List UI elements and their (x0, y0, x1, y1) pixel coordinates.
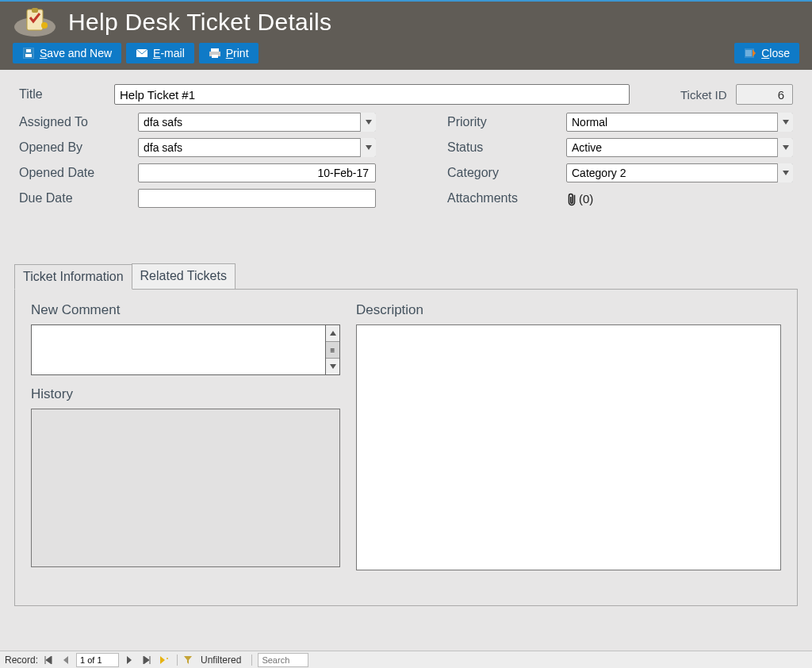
history-label: History (31, 386, 340, 402)
prev-record-button[interactable] (59, 653, 73, 667)
description-box[interactable] (356, 324, 781, 570)
email-button[interactable]: E-mail (126, 43, 194, 63)
title-label: Title (19, 87, 114, 102)
ticket-id-label: Ticket ID (680, 88, 736, 102)
separator (177, 655, 178, 666)
paperclip-icon (566, 191, 577, 205)
record-position-box[interactable] (76, 653, 119, 667)
svg-rect-9 (211, 48, 219, 52)
close-icon (744, 47, 756, 60)
chevron-down-icon[interactable] (777, 113, 793, 132)
priority-combo[interactable] (566, 113, 793, 132)
attachments-label: Attachments (447, 191, 566, 205)
form-body: Title Ticket ID Assigned To Priority Ope… (0, 70, 812, 208)
last-record-button[interactable] (140, 653, 154, 667)
chevron-down-icon[interactable] (777, 163, 793, 182)
spin-up-button[interactable] (326, 325, 339, 342)
record-label: Record: (5, 655, 38, 666)
first-record-button[interactable] (41, 653, 56, 667)
svg-rect-7 (26, 49, 31, 52)
close-button[interactable]: Close (734, 43, 799, 63)
due-date-label: Due Date (19, 191, 138, 205)
page-title: Help Desk Ticket Details (68, 9, 331, 36)
category-combo[interactable] (566, 163, 793, 182)
history-box (31, 409, 340, 567)
filter-icon (183, 655, 193, 665)
attachments-count: (0) (579, 192, 593, 205)
svg-rect-11 (212, 55, 218, 58)
record-search-input[interactable] (258, 653, 308, 667)
due-date-input[interactable] (138, 189, 376, 208)
tab-panel: New Comment ≡ History Description (14, 289, 798, 606)
status-combo[interactable] (566, 138, 793, 157)
opened-date-input[interactable] (138, 163, 376, 182)
opened-by-label: Opened By (19, 140, 138, 155)
tab-related-tickets[interactable]: Related Tickets (132, 263, 236, 289)
opened-by-combo[interactable] (138, 138, 376, 157)
tab-ticket-information[interactable]: Ticket Information (14, 264, 132, 290)
print-icon (209, 47, 221, 60)
chevron-down-icon[interactable] (777, 138, 793, 157)
assigned-to-combo[interactable] (138, 113, 376, 132)
status-label: Status (447, 140, 566, 155)
app-icon (13, 6, 57, 38)
new-comment-textarea[interactable] (31, 324, 326, 375)
save-and-new-button[interactable]: Save and New (13, 43, 121, 63)
save-icon (22, 47, 35, 60)
separator (251, 655, 252, 666)
form-header: Help Desk Ticket Details Save and New E-… (0, 2, 812, 70)
svg-rect-13 (745, 50, 752, 56)
svg-rect-6 (25, 54, 32, 57)
next-record-button[interactable] (122, 653, 136, 667)
toolbar: Save and New E-mail Print Close (13, 41, 799, 63)
record-navigation-bar: Record: Unfiltered (0, 651, 812, 668)
spin-down-button[interactable] (326, 359, 339, 374)
new-comment-label: New Comment (31, 302, 340, 318)
svg-point-3 (41, 22, 48, 29)
tabs: Ticket Information Related Tickets New C… (14, 263, 798, 606)
assigned-to-label: Assigned To (19, 115, 138, 129)
ticket-id-value (736, 84, 793, 105)
description-label: Description (356, 302, 781, 318)
opened-date-label: Opened Date (19, 166, 138, 180)
title-input[interactable] (114, 84, 630, 105)
filter-status[interactable]: Unfiltered (196, 655, 246, 666)
spin-menu-button[interactable]: ≡ (326, 342, 339, 359)
chevron-down-icon[interactable] (360, 138, 376, 157)
svg-rect-2 (32, 8, 38, 13)
new-record-button[interactable] (157, 653, 171, 667)
email-icon (136, 47, 148, 60)
priority-label: Priority (447, 115, 566, 129)
comment-spinner: ≡ (326, 324, 340, 375)
attachments-link[interactable]: (0) (566, 191, 593, 205)
category-label: Category (447, 166, 566, 180)
chevron-down-icon[interactable] (360, 113, 376, 132)
print-button[interactable]: Print (199, 43, 259, 63)
